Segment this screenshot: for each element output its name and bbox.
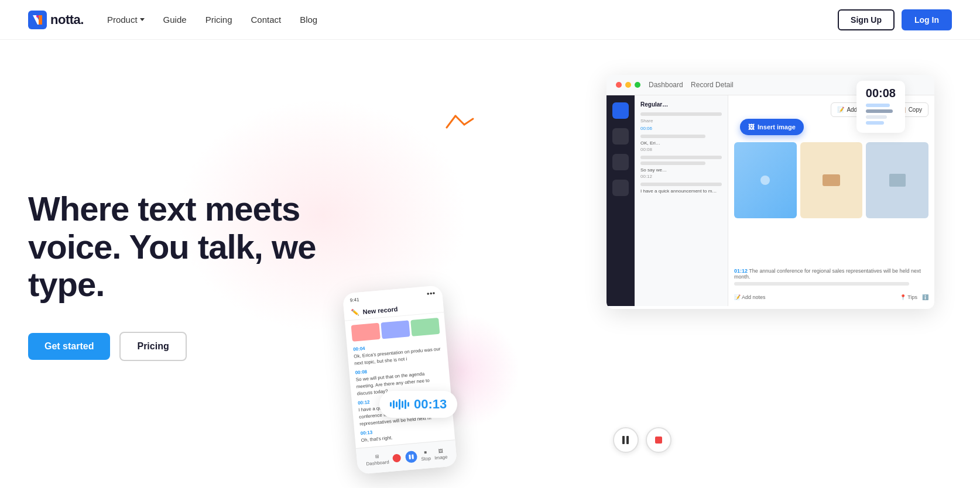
svg-line-2 <box>455 116 464 125</box>
nav-contact[interactable]: Contact <box>251 15 281 25</box>
progress-line-4 <box>866 121 884 125</box>
nav-blog[interactable]: Blog <box>300 15 317 25</box>
progress-lines <box>866 104 896 125</box>
hero-visual: 00:08 Dashboard Record Detail <box>333 63 952 488</box>
dot-red <box>616 82 622 88</box>
insert-image-button[interactable]: 🖼 Insert image <box>740 119 804 135</box>
text-line <box>640 183 722 186</box>
pause-icon <box>622 436 629 444</box>
phone-img-1 <box>351 323 381 342</box>
mobile-panel: Regular… Share 00:06 OK, Eri… 00:08 So s… <box>635 95 728 306</box>
text-line <box>640 156 722 159</box>
bottom-add-notes: 📝 Add notes <box>734 294 766 300</box>
hero-buttons: Get started Pricing <box>28 332 333 361</box>
sidebar-icon-files <box>612 128 629 145</box>
stop-icon <box>655 437 662 444</box>
progress-line-1 <box>866 104 890 107</box>
contact-link[interactable]: Contact <box>251 15 281 25</box>
get-started-button[interactable]: Get started <box>28 333 110 360</box>
transcript-line <box>734 282 909 286</box>
svg-line-4 <box>447 116 455 128</box>
recording-controls <box>613 427 671 453</box>
phone-record-controls <box>392 448 417 467</box>
images-grid <box>734 142 928 218</box>
nav-pricing[interactable]: Pricing <box>205 15 232 25</box>
record-pause-icon <box>405 451 418 463</box>
phone-img-3 <box>410 318 440 336</box>
progress-line-2 <box>866 109 893 113</box>
login-button[interactable]: Log In <box>902 9 952 30</box>
phone-img-2 <box>381 320 410 339</box>
app-sidebar <box>606 95 635 306</box>
phone-btn-dashboard[interactable]: ⊞ Dashboard <box>365 453 389 466</box>
logo[interactable]: notta. <box>28 11 84 29</box>
transcript-lines: 01:12 The annual conference for regional… <box>734 268 928 288</box>
sidebar-icon-settings <box>612 154 629 170</box>
stop-button[interactable] <box>646 427 671 453</box>
phone-btn-stop[interactable]: ■ Stop <box>420 449 431 462</box>
svg-line-3 <box>464 119 473 125</box>
text-line <box>640 161 705 165</box>
logo-text: notta. <box>50 12 84 28</box>
hero-text: Where text meets voice. You talk, we typ… <box>28 190 333 362</box>
hero-section: Where text meets voice. You talk, we typ… <box>0 40 980 488</box>
timer-display: 00:13 <box>414 397 447 412</box>
text-line <box>640 112 722 116</box>
chevron-down-icon <box>140 18 145 21</box>
record-stop-icon <box>392 453 401 462</box>
dot-yellow <box>625 82 631 88</box>
image-1 <box>734 142 797 218</box>
bottom-controls: 📍 Tips ℹ️ <box>900 294 928 300</box>
navbar-left: notta. Product Guide Pricing Contact Blo… <box>28 11 317 29</box>
image-2 <box>800 142 863 218</box>
hero-headline: Where text meets voice. You talk, we typ… <box>28 190 333 304</box>
waveform-icon <box>390 399 409 410</box>
phone-btn-image[interactable]: 🖼 Image <box>434 448 448 460</box>
text-line <box>640 135 705 138</box>
desktop-card-title: Dashboard Record Detail <box>649 81 734 89</box>
navbar: notta. Product Guide Pricing Contact Blo… <box>0 0 980 40</box>
sidebar-icon-trash <box>612 180 629 196</box>
floating-timer-card: 00:08 <box>856 81 905 133</box>
pricing-button[interactable]: Pricing <box>119 332 186 361</box>
phone-content: 00:04Ok, Erica's presentation on produ w… <box>345 312 455 449</box>
svg-rect-1 <box>36 15 39 18</box>
pricing-link[interactable]: Pricing <box>205 15 232 25</box>
phone-images <box>351 318 440 342</box>
blog-link[interactable]: Blog <box>300 15 317 25</box>
navbar-right: Sign Up Log In <box>838 9 952 30</box>
nav-product[interactable]: Product <box>107 15 145 25</box>
guide-link[interactable]: Guide <box>163 15 187 25</box>
nav-links: Product Guide Pricing Contact Blog <box>107 15 317 25</box>
phone-mockup: 9:41 ●●● ✏️ New record 00:04Ok, Erica's … <box>342 285 457 475</box>
edit-icon: ✏️ <box>351 308 359 317</box>
timer-badge: 00:13 <box>379 391 457 418</box>
svg-point-6 <box>760 176 770 185</box>
signup-button[interactable]: Sign Up <box>838 9 895 30</box>
dot-green <box>635 82 640 88</box>
top-timer-display: 00:08 <box>866 87 896 100</box>
spark-decoration <box>435 113 476 150</box>
product-link[interactable]: Product <box>107 15 145 25</box>
image-3 <box>866 142 928 218</box>
progress-line-3 <box>866 115 887 119</box>
sidebar-icon-home <box>612 102 629 119</box>
nav-guide[interactable]: Guide <box>163 15 187 25</box>
mobile-panel-header: Regular… <box>640 101 722 108</box>
pause-button[interactable] <box>613 427 639 453</box>
logo-icon <box>28 11 47 29</box>
